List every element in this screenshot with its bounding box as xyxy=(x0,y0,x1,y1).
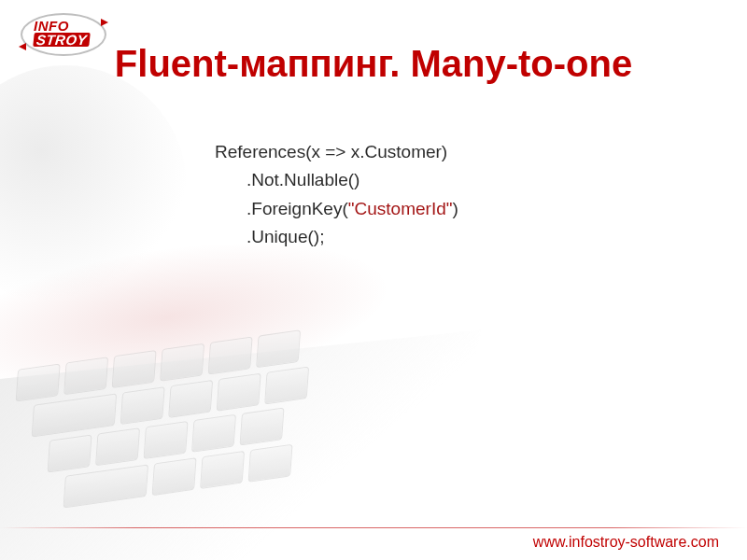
slide-title: Fluent-маппинг. Many-to-one xyxy=(0,43,747,85)
footer-url: www.infostroy-software.com xyxy=(533,534,719,551)
footer-divider xyxy=(0,527,747,528)
code-string-literal: "CustomerId" xyxy=(348,199,453,218)
code-line-1: References(x => x.Customer) xyxy=(215,138,458,166)
code-line-4: .Unique(); xyxy=(215,223,458,251)
code-text: .ForeignKey( xyxy=(247,199,348,218)
code-text: ) xyxy=(452,199,458,218)
code-text: References(x => x.Customer) xyxy=(215,142,447,161)
slide: INFO STROY Fluent-маппинг. Many-to-one R… xyxy=(0,0,747,560)
code-block: References(x => x.Customer) .Not.Nullabl… xyxy=(215,138,458,252)
code-line-2: .Not.Nullable() xyxy=(215,166,458,194)
code-line-3: .ForeignKey("CustomerId") xyxy=(215,195,458,223)
